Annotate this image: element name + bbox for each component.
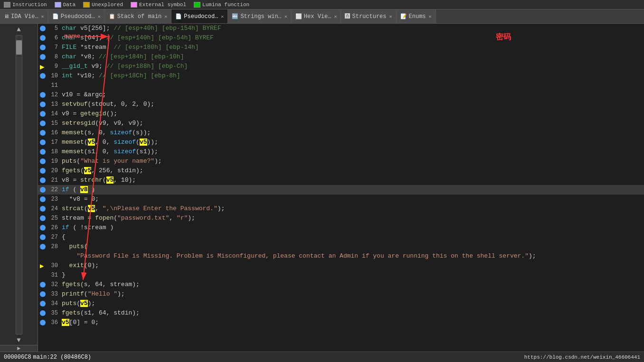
line-code-12: v10 = &argc; — [62, 90, 644, 100]
tab-pseudocode2[interactable]: 📄 Pseudocod… ✕ — [171, 9, 228, 23]
line-num-17: 17 — [47, 138, 62, 147]
line-code-29: "Password File is Missing. Problem is Mi… — [62, 251, 644, 261]
line-num-16: 16 — [47, 128, 62, 138]
breakpoint-16 — [40, 130, 46, 136]
line-code-34: puts(v5); — [62, 299, 644, 308]
code-line-28: 28 puts( — [38, 242, 644, 251]
scroll-right-arrow[interactable]: ► — [17, 345, 20, 352]
line-code-35: fgets(s1, 64, stdin); — [62, 308, 644, 318]
breakpoint-24 — [40, 206, 46, 212]
tab-icon-hex: ⬜ — [295, 13, 302, 19]
code-line-20: 20 fgets(v5, 256, stdin); — [38, 166, 644, 176]
tab-stack[interactable]: 📋 Stack of main ✕ — [105, 9, 172, 23]
line-code-15: setresgid(v9, v9, v9); — [62, 119, 644, 128]
code-line-24: 24 strcat(v5, ",\nPlease Enter the Passw… — [38, 204, 644, 213]
line-code-25: stream = fopen("password.txt", "r"); — [62, 213, 644, 223]
tab-strings[interactable]: 🔤 Strings win… ✕ — [228, 9, 291, 23]
tab-close-stack[interactable]: ✕ — [164, 14, 167, 19]
line-num-9: 9 — [47, 62, 62, 71]
line-code-32: fgets(s, 64, stream); — [62, 280, 644, 289]
line-num-30: 30 — [47, 261, 62, 270]
tab-close-struct[interactable]: ✕ — [389, 14, 392, 19]
legend-bar: Instruction Data Unexplored External sym… — [0, 0, 644, 9]
legend-color-instruction — [4, 2, 10, 8]
tab-hex[interactable]: ⬜ Hex Vie… ✕ — [292, 9, 341, 23]
code-line-5: 5 char v5[256]; // [esp+40h] [ebp-154h] … — [38, 24, 644, 33]
tab-structures[interactable]: 🅰 Structures ✕ — [341, 9, 396, 23]
line-num-11: 11 — [47, 81, 62, 90]
breakpoint-10 — [40, 73, 46, 79]
line-code-23: *v8 = 0; — [62, 195, 644, 204]
line-num-31: 31 — [47, 270, 62, 280]
line-code-22: if ( v8 ) — [62, 185, 644, 195]
line-num-27: 27 — [47, 232, 62, 242]
code-line-14: 14 v9 = getegid(); — [38, 109, 644, 119]
breakpoint-23 — [40, 196, 46, 202]
line-num-35: 35 — [47, 308, 62, 318]
code-line-36: 36 v5[0] = 0; — [38, 318, 644, 327]
code-line-19: 19 puts("What is your name?"); — [38, 157, 644, 166]
line-num-6: 6 — [47, 33, 62, 43]
code-line-23: 23 *v8 = 0; — [38, 195, 644, 204]
tab-icon-ida: 🖥 — [4, 13, 9, 19]
bottom-scroll-gutter: ► — [0, 345, 38, 352]
breakpoint-19 — [40, 158, 46, 164]
scroll-down-arrow[interactable]: ▼ — [16, 335, 21, 345]
line-code-20: fgets(v5, 256, stdin); — [62, 166, 644, 176]
code-line-33: 33 printf("Hello "); — [38, 289, 644, 299]
scroll-thumb[interactable] — [16, 40, 22, 55]
tab-label-ida: IDA Vie… — [11, 13, 38, 20]
tab-label-hex: Hex Vie… — [304, 13, 331, 20]
tab-close-pseudo2[interactable]: ✕ — [221, 14, 224, 19]
tab-icon-pseudo2: 📄 — [175, 13, 182, 19]
code-line-16: 16 memset(s, 0, sizeof(s)); — [38, 128, 644, 138]
line-code-36: v5[0] = 0; — [62, 318, 644, 327]
scroll-track[interactable] — [16, 35, 22, 334]
breakpoint-32 — [40, 282, 46, 288]
scroll-up-arrow[interactable]: ▲ — [16, 25, 21, 34]
tab-close-hex[interactable]: ✕ — [334, 14, 337, 19]
code-line-30: ▶ 30 exit(0); — [38, 261, 644, 270]
code-line-10: 10 int *v10; // [esp+18Ch] [ebp-8h] — [38, 71, 644, 81]
tab-close-ida[interactable]: ✕ — [41, 14, 44, 19]
tab-label-stack: Stack of main — [117, 13, 162, 20]
line-num-13: 13 — [47, 100, 62, 109]
breakpoint-8 — [40, 54, 46, 60]
code-line-7: 7 FILE *stream; // [esp+180h] [ebp-14h] — [38, 43, 644, 52]
breakpoint-36 — [40, 320, 46, 325]
code-line-15: 15 setresgid(v9, v9, v9); — [38, 119, 644, 128]
tab-close-pseudo1[interactable]: ✕ — [98, 14, 101, 19]
line-num-10: 10 — [47, 71, 62, 81]
code-line-22: 22 if ( v8 ) — [38, 185, 644, 195]
website-label: https://blog.csdn.net/weixin_46606441 — [524, 354, 640, 360]
tab-close-enums[interactable]: ✕ — [429, 14, 432, 19]
code-line-18: 18 memset(s1, 0, sizeof(s1)); — [38, 147, 644, 157]
tab-icon-enums: 📝 — [400, 13, 407, 19]
line-code-16: memset(s, 0, sizeof(s)); — [62, 128, 644, 138]
line-num-7: 7 — [47, 43, 62, 52]
line-code-27: { — [62, 232, 644, 242]
line-num-20: 20 — [47, 166, 62, 176]
line-num-28: 28 — [47, 242, 62, 251]
line-num-8: 8 — [47, 52, 62, 62]
breakpoint-18 — [40, 149, 46, 155]
legend-color-data — [55, 2, 61, 8]
status-location: main:22 (80486C8) — [33, 354, 91, 361]
code-area[interactable]: 5 char v5[256]; // [esp+40h] [ebp-154h] … — [38, 24, 644, 352]
line-num-22: 22 — [47, 185, 62, 195]
legend-color-unexplored — [83, 2, 90, 8]
legend-label-external: External symbol — [139, 2, 186, 8]
breakpoint-13 — [40, 102, 46, 107]
line-code-14: v9 = getegid(); — [62, 109, 644, 119]
line-code-21: v8 = strchr(v5, 10); — [62, 176, 644, 185]
breakpoint-5 — [40, 26, 46, 31]
breakpoint-15 — [40, 121, 46, 126]
tab-ida-view[interactable]: 🖥 IDA Vie… ✕ — [0, 9, 48, 23]
tab-close-strings[interactable]: ✕ — [284, 14, 287, 19]
line-code-24: strcat(v5, ",\nPlease Enter the Password… — [62, 204, 644, 213]
arrow-30: ▶ — [40, 263, 46, 269]
legend-color-external — [131, 2, 137, 8]
tab-pseudocode1[interactable]: 📄 Pseudocod… ✕ — [48, 9, 105, 23]
breakpoint-27 — [40, 234, 46, 240]
tab-enums[interactable]: 📝 Enums ✕ — [397, 9, 436, 23]
